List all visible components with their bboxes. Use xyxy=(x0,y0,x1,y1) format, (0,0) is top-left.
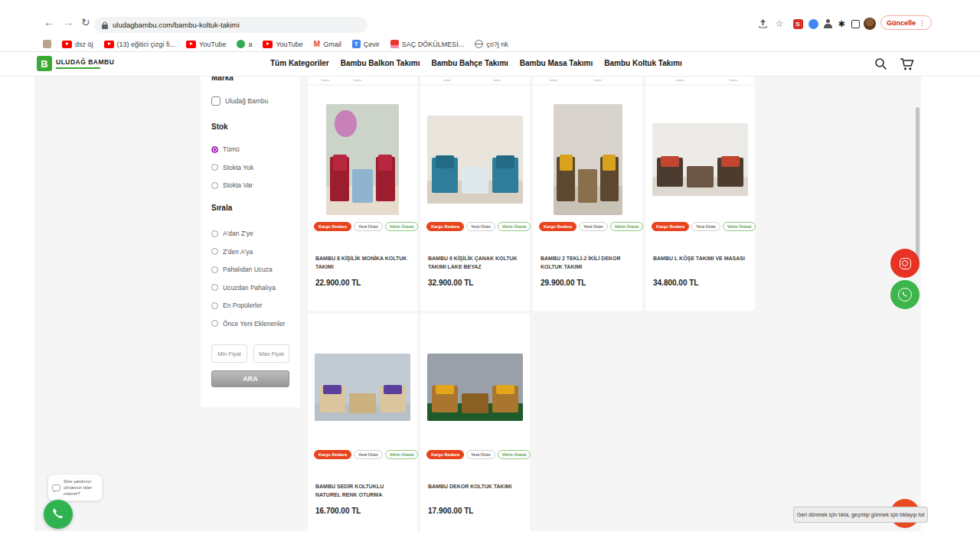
brand-filter-uludag-bambu[interactable]: Uludağ Bambu xyxy=(211,96,268,106)
share-icon[interactable] xyxy=(756,18,769,30)
badge-kargo-bedava: Kargo Bedava xyxy=(426,450,464,459)
product-image[interactable] xyxy=(533,95,642,223)
bookmark-item[interactable]: YouTube xyxy=(263,41,302,48)
sort-option[interactable]: En Popülerler xyxy=(211,302,285,309)
page-content: Marka Uludağ Bambu Stok TümüStokta YokSt… xyxy=(34,77,921,531)
whatsapp-chat-button[interactable] xyxy=(44,500,73,529)
product-image[interactable] xyxy=(308,95,417,223)
badge-row: Kargo BedavaYeni ÜrünVitrin Ürünü xyxy=(652,222,756,231)
bookmark-item[interactable]: TÇevir xyxy=(352,40,380,48)
stock-option[interactable]: Stokta Var xyxy=(211,181,253,189)
product-image[interactable] xyxy=(645,95,755,223)
product-title[interactable]: BAMBU L KÖŞE TAKIMI VE MASASI xyxy=(653,254,748,262)
radio-icon[interactable] xyxy=(211,182,218,189)
image-decor xyxy=(335,110,357,137)
bookmark-star-icon[interactable]: ☆ xyxy=(773,18,786,30)
sort-option[interactable]: Önce Yeni Eklenenler xyxy=(211,320,285,328)
translate-icon: T xyxy=(352,40,361,48)
product-image[interactable] xyxy=(420,95,530,223)
badge-yeni-urun: Yeni Ürün xyxy=(354,450,383,459)
back-icon[interactable]: ← xyxy=(44,16,54,28)
badge-vitrin-urunu: Vitrin Ürünü xyxy=(498,450,531,459)
sort-option[interactable]: Ucuzdan Pahalıya xyxy=(211,284,285,292)
sort-option[interactable]: Z'den A'ya xyxy=(211,248,285,256)
product-title[interactable]: BAMBU 8 KİŞİLİK MONİKA KOLTUK TAKIMI xyxy=(315,254,410,271)
nav-item[interactable]: Bambu Masa Takımı xyxy=(520,59,593,67)
site-logo[interactable]: B ULUDAĞ BAMBU xyxy=(37,56,114,71)
product-card[interactable]: Kargo BedavaYeni ÜrünVitrin ÜrünüBAMBU 2… xyxy=(533,86,642,311)
brand-name: ULUDAĞ BAMBU xyxy=(56,58,114,66)
pin-extension-icon[interactable]: ✱ xyxy=(835,18,848,30)
badge-kargo-bedava: Kargo Bedava xyxy=(314,450,351,459)
lock-icon xyxy=(102,21,108,29)
site-header: B ULUDAĞ BAMBU Tüm KategorilerBambu Balk… xyxy=(0,52,980,77)
product-card[interactable]: Kargo BedavaYeni ÜrünVitrin ÜrünüBAMBU S… xyxy=(308,314,417,531)
checkbox-icon[interactable] xyxy=(211,96,220,106)
nav-item[interactable]: Bambu Balkon Takımı xyxy=(341,59,420,67)
product-title[interactable]: BAMBU 2 TEKLİ-2 İKİLİ DEKOR KOLTUK TAKIM… xyxy=(541,254,635,271)
badge-vitrin-urunu: Vitrin Ürünü xyxy=(723,222,756,231)
badge-yeni-urun: Yeni Ürün xyxy=(466,222,495,231)
product-price: 32.900.00 TL xyxy=(428,279,473,287)
nav-item[interactable]: Bambu Koltuk Takımı xyxy=(604,59,682,67)
whatsapp-side-button[interactable] xyxy=(890,280,920,309)
clipped-card xyxy=(420,77,530,84)
scrollbar[interactable] xyxy=(916,107,920,269)
search-icon[interactable] xyxy=(874,57,887,73)
green-dot-icon xyxy=(237,40,245,48)
reload-icon[interactable]: ↻ xyxy=(81,16,90,28)
forward-icon[interactable]: → xyxy=(63,16,74,28)
product-card[interactable]: Kargo BedavaYeni ÜrünVitrin ÜrünüBAMBU 8… xyxy=(308,86,417,311)
product-image[interactable] xyxy=(308,323,417,452)
bookmark-item[interactable]: ço?j nk xyxy=(475,40,508,48)
search-filter-button[interactable]: ARA xyxy=(211,370,289,387)
product-title[interactable]: BAMBU SEDİR KOLTUKLU NATUREL RENK OTURMA xyxy=(315,482,410,499)
min-price-input[interactable] xyxy=(211,344,247,363)
badge-vitrin-urunu: Vitrin Ürünü xyxy=(385,450,419,459)
radio-icon[interactable] xyxy=(211,320,218,327)
radio-icon[interactable] xyxy=(211,284,218,291)
chat-prompt-bubble[interactable]: Size yardımcı olmamızı ister misiniz? xyxy=(47,474,103,501)
bookmark-item[interactable]: dsz öj xyxy=(62,41,93,48)
radio-icon[interactable] xyxy=(211,146,218,153)
brand-underline xyxy=(56,67,100,69)
avatar[interactable] xyxy=(864,18,876,30)
browser-toolbar: ← → ↻ uludagbambu.com/bambu-koltuk-takim… xyxy=(0,14,980,37)
radio-icon[interactable] xyxy=(211,248,218,255)
chat-icon xyxy=(52,484,60,491)
kebab-menu-icon[interactable]: ⋮ xyxy=(919,19,926,27)
cart-icon[interactable] xyxy=(900,57,915,74)
product-image[interactable] xyxy=(420,323,530,452)
bookmark-item[interactable]: SAÇ DÖKÜLMESİ... xyxy=(390,40,465,48)
bookmark-item[interactable] xyxy=(43,40,51,48)
bookmark-item[interactable]: YouTube xyxy=(186,41,226,48)
product-card[interactable]: Kargo BedavaYeni ÜrünVitrin ÜrünüBAMBU D… xyxy=(420,314,530,531)
nav-item[interactable]: Tüm Kategoriler xyxy=(270,59,329,67)
max-price-input[interactable] xyxy=(253,344,289,363)
stock-option[interactable]: Tümü xyxy=(211,145,253,153)
radio-icon[interactable] xyxy=(211,164,218,171)
url-bar[interactable]: uludagbambu.com/bambu-koltuk-takimi xyxy=(94,17,368,33)
bookmark-item[interactable]: a xyxy=(237,40,252,48)
url-text: uludagbambu.com/bambu-koltuk-takimi xyxy=(113,21,240,29)
nav-item[interactable]: Bambu Bahçe Takımı xyxy=(431,59,508,67)
stock-option[interactable]: Stokta Yok xyxy=(211,164,253,171)
sort-option[interactable]: Pahalıdan Ucuza xyxy=(211,266,285,273)
product-title[interactable]: BAMBU DEKOR KOLTUK TAKIMI xyxy=(428,482,523,491)
profile-extension-icon[interactable] xyxy=(822,18,834,30)
update-chrome-button[interactable]: Güncelle ⋮ xyxy=(880,15,932,30)
sort-option[interactable]: A'dan Z'ye xyxy=(211,230,285,237)
radio-icon[interactable] xyxy=(211,302,218,309)
extension-s-icon[interactable]: S xyxy=(792,18,804,30)
bookmark-item[interactable]: (13) eğitici çizgi fi... xyxy=(104,41,176,48)
radio-icon[interactable] xyxy=(211,266,218,273)
product-title[interactable]: BAMBU 6 KİŞİLİK ÇANAK KOLTUK TAKIMI LAKE… xyxy=(428,254,523,271)
extension-blue-icon[interactable] xyxy=(807,18,819,30)
marka-title: Marka xyxy=(211,77,234,82)
product-card[interactable]: Kargo BedavaYeni ÜrünVitrin ÜrünüBAMBU L… xyxy=(645,86,755,311)
bookmark-item[interactable]: MGmail xyxy=(314,40,341,48)
frame-extension-icon[interactable] xyxy=(849,18,861,30)
instagram-button[interactable] xyxy=(890,249,920,278)
product-card[interactable]: Kargo BedavaYeni ÜrünVitrin ÜrünüBAMBU 6… xyxy=(420,86,530,311)
radio-icon[interactable] xyxy=(211,230,218,237)
